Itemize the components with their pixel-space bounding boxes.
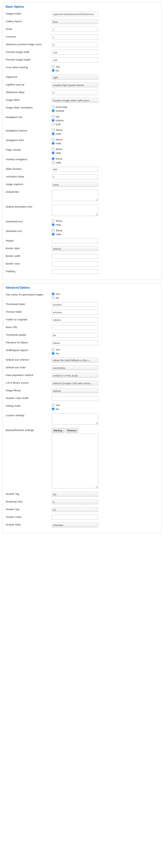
label-metadata-icon: Metadata icon (6, 229, 52, 232)
radio-pc-hide[interactable] (52, 151, 55, 154)
input-module-class-suffix[interactable] (52, 396, 98, 401)
radio-nl-hide[interactable] (52, 142, 55, 145)
input-thumb-quality[interactable] (52, 333, 98, 338)
input-preview-folder[interactable] (52, 310, 98, 315)
radio-orient-v[interactable] (52, 109, 55, 112)
textarea-custom-settings[interactable] (52, 413, 98, 425)
radio-di-show[interactable] (52, 219, 55, 222)
radio-pc-show[interactable] (52, 148, 55, 151)
label-padding: Padding (6, 269, 52, 273)
label-lightbox: Lightbox pop-up (6, 83, 52, 86)
select-module-style[interactable]: Inherited (52, 522, 98, 527)
radio-mi-hide[interactable] (52, 233, 55, 236)
label-nav-buttons: Navigation buttons (6, 128, 52, 132)
select-sort-criterion[interactable]: labels file (with fallback to file n... (52, 358, 98, 363)
radio-mi-show[interactable] (52, 229, 55, 232)
label-default-title: Default title (6, 190, 52, 193)
backup-button[interactable]: Backup (52, 428, 64, 433)
select-lightbox[interactable]: boxplus light square theme (52, 83, 98, 87)
input-columns[interactable] (52, 34, 98, 39)
textarea-backup-restore[interactable] (52, 434, 98, 489)
select-ajax-source[interactable]: default (Google CDN with versio... (52, 381, 98, 385)
select-gallery-layout[interactable]: flow (52, 19, 98, 24)
input-border-color[interactable] (52, 261, 98, 267)
label-custom-settings: Custom settings (6, 413, 52, 417)
label-slide-duration: Slide duration (6, 167, 52, 170)
input-header-class[interactable] (52, 515, 98, 520)
radio-nb-both[interactable] (52, 123, 55, 126)
label-multilingual: Multilingual support (6, 348, 52, 351)
select-border-style[interactable]: default (52, 246, 98, 251)
label-images-folder: Images folder (6, 11, 52, 15)
input-rows[interactable] (52, 27, 98, 32)
radio-orient-h[interactable] (52, 105, 55, 108)
input-preview-width[interactable] (52, 50, 98, 55)
label-module-style: Module Style (6, 522, 52, 526)
radio-nbtn-show[interactable] (52, 128, 55, 131)
radio-crop-yes[interactable] (52, 65, 55, 68)
radio-dm-no[interactable] (52, 407, 55, 410)
select-module-tag[interactable]: div (52, 492, 98, 497)
radio-ml-yes[interactable] (52, 348, 55, 351)
radio-ml-no[interactable] (52, 352, 55, 355)
input-slide-duration[interactable] (52, 167, 98, 172)
label-image-library: Image library (6, 388, 52, 392)
radio-nl-show[interactable] (52, 138, 55, 141)
radio-uc-yes[interactable] (52, 292, 55, 296)
select-alignment[interactable]: right (52, 75, 98, 80)
input-padding[interactable] (52, 269, 98, 274)
input-filename-labels[interactable] (52, 340, 98, 345)
label-sort-order: Default sort order (6, 365, 52, 369)
label-border-width: Border width (6, 254, 52, 257)
radio-dm-yes[interactable] (52, 404, 55, 407)
radio-on-show[interactable] (52, 157, 55, 160)
radio-nbtn-hide[interactable] (52, 132, 55, 135)
label-image-captions: Image captions (6, 182, 52, 186)
radio-crop-no[interactable] (52, 69, 55, 72)
radio-on-hide[interactable] (52, 161, 55, 164)
select-sort-order[interactable]: ascending (52, 365, 98, 370)
input-margin[interactable] (52, 239, 98, 243)
select-image-captions[interactable]: none (52, 182, 98, 187)
radio-nb-top[interactable] (52, 115, 55, 118)
input-originals-folder[interactable] (52, 317, 98, 322)
label-preview-height: Preview image height (6, 58, 52, 61)
label-data-population: Data population method (6, 373, 52, 376)
advanced-options-panel: Advanced Options Use cache for generated… (2, 283, 162, 533)
label-columns: Columns (6, 34, 52, 38)
label-ajax-source: AJAX library source (6, 381, 52, 384)
input-base-url[interactable] (52, 325, 98, 330)
input-animation-delay[interactable] (52, 175, 98, 179)
input-thumb-folder[interactable] (52, 302, 98, 307)
radios-nav-bar: top bottom both (52, 115, 158, 126)
label-max-preview: Maximum preview image count (6, 42, 52, 46)
select-image-slider[interactable]: boxplus image slider (with jQue... (52, 98, 98, 103)
label-margin: Margin (6, 239, 52, 242)
select-header-tag[interactable]: h2 (52, 507, 98, 512)
label-nav-bar: Navigation bar (6, 115, 52, 119)
label-base-url: Base URL (6, 325, 52, 329)
label-thumb-quality: Thumbnail quality (6, 333, 52, 336)
radio-di-hide[interactable] (52, 223, 55, 226)
label-filename-labels: Filename for labels (6, 340, 52, 344)
label-module-tag: Module Tag (6, 492, 52, 495)
radio-uc-no[interactable] (52, 296, 55, 299)
label-module-class-suffix: Module Class Suffix (6, 396, 52, 400)
radio-nb-bottom[interactable] (52, 119, 55, 122)
select-image-library[interactable]: default (52, 388, 98, 393)
input-images-folder[interactable] (52, 11, 98, 17)
select-bootstrap-size[interactable]: 6 (52, 499, 98, 504)
input-slideshow-delay[interactable] (52, 90, 98, 95)
textarea-default-desc[interactable] (52, 205, 98, 216)
basic-options-title: Basic Options (6, 5, 158, 8)
input-max-preview[interactable] (52, 42, 98, 47)
radios-page-counter: Show Hide (52, 148, 158, 154)
select-data-population[interactable]: embed in HTML body (52, 373, 98, 378)
label-header-tag: Header Tag (6, 507, 52, 511)
radios-download-icon: Show Hide (52, 219, 158, 226)
restore-button[interactable]: Restore (65, 428, 78, 433)
input-border-width[interactable] (52, 254, 98, 259)
textarea-default-title[interactable] (52, 190, 98, 201)
radios-use-cache: Yes No (52, 292, 158, 299)
input-preview-height[interactable] (52, 58, 98, 62)
